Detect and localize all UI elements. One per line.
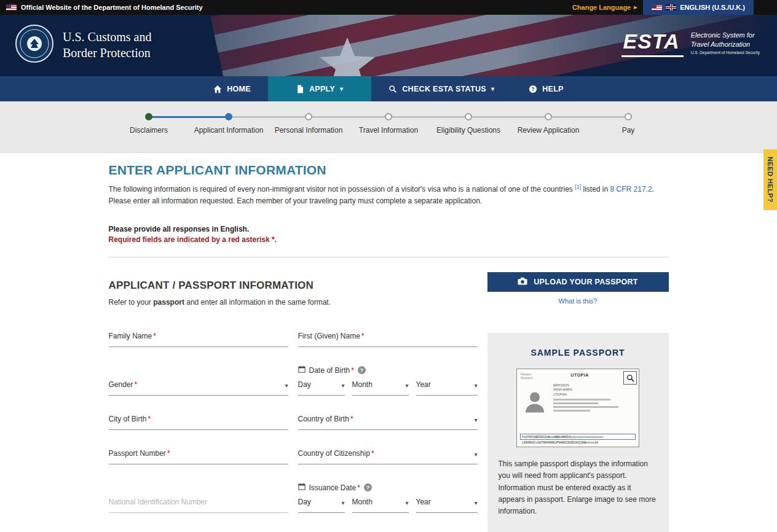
english-note: Please provide all responses in English.	[109, 225, 669, 233]
question-circle-icon: ?	[529, 85, 537, 93]
uk-flag-icon	[666, 4, 676, 10]
sample-passport-title: SAMPLE PASSPORT	[499, 348, 658, 358]
passport-photo-silhouette	[521, 382, 549, 417]
camera-icon	[518, 277, 527, 287]
step-label: Disclaimers	[109, 126, 189, 135]
section-title: APPLICANT / PASSPORT INFORMATION	[109, 280, 478, 292]
step-dot	[465, 113, 472, 120]
passport-data-fields: ERIKSSON ANNA MARIA UTOPIAN	[553, 382, 635, 417]
footnote-link[interactable]: [1]	[575, 184, 581, 190]
official-banner-text: Official Website of the Department of Ho…	[21, 4, 203, 11]
dob-month-select[interactable]: Month▾	[352, 380, 409, 396]
country-of-citizenship-select[interactable]	[298, 458, 478, 464]
language-selector[interactable]: ENGLISH (U.S./U.K.)	[643, 0, 754, 15]
step-label: Personal Information	[269, 126, 349, 135]
esta-application-page: Official Website of the Department of Ho…	[0, 0, 777, 532]
country-of-birth-field[interactable]: Country of Birth* ▾	[298, 414, 478, 430]
nav-help-label: HELP	[542, 85, 564, 93]
dob-label: Date of Birth*	[309, 366, 354, 375]
page-title: ENTER APPLICANT INFORMATION	[109, 163, 669, 178]
city-of-birth-input[interactable]	[109, 423, 288, 430]
sample-passport-panel: SAMPLE PASSPORT Passport Passeport UTOPI…	[487, 333, 669, 532]
chevron-down-icon: ▾	[341, 383, 344, 389]
official-banner: Official Website of the Department of Ho…	[0, 0, 777, 15]
help-icon[interactable]: ?	[364, 483, 372, 491]
country-of-citizenship-label: Country of Citizenship* ▾	[298, 448, 478, 458]
family-name-input[interactable]	[109, 340, 288, 347]
nav-help[interactable]: ? HELP	[511, 76, 581, 101]
esta-tagline: Electronic System for Travel Authorizati…	[691, 31, 760, 56]
nav-home[interactable]: HOME	[196, 76, 268, 101]
first-name-field[interactable]: First (Given) Name*	[298, 331, 478, 347]
first-name-input[interactable]	[298, 340, 478, 347]
help-icon[interactable]: ?	[358, 366, 366, 374]
svg-text:?: ?	[531, 86, 535, 92]
chevron-down-icon: ▾	[405, 500, 408, 506]
step-dot	[225, 113, 232, 120]
required-fields-note: Required fields are indicated by a red a…	[109, 235, 669, 244]
passport-form: Family Name* First (Given) Name* Gende	[109, 331, 478, 532]
gender-field[interactable]: Gender* ▾	[109, 380, 288, 396]
passport-number-field[interactable]: Passport Number*	[109, 448, 288, 464]
main-content: ENTER APPLICANT INFORMATION The followin…	[109, 153, 669, 532]
city-of-birth-field[interactable]: City of Birth*	[109, 414, 288, 430]
family-name-field[interactable]: Family Name*	[109, 331, 288, 347]
passport-number-label: Passport Number*	[109, 448, 288, 458]
chevron-down-icon: ▾	[474, 500, 477, 506]
chevron-down-icon: ▾	[405, 383, 408, 389]
nav-check-status-label: CHECK ESTA STATUS	[402, 85, 486, 93]
national-id-input[interactable]	[109, 506, 288, 513]
agency-name: U.S. Customs and Border Protection	[63, 29, 151, 61]
us-flag-icon	[652, 4, 662, 10]
esta-logo: ESTA Electronic System for Travel Author…	[621, 29, 760, 57]
magnifier-icon[interactable]	[623, 371, 637, 385]
issuance-year-select[interactable]: Year▾	[416, 497, 478, 513]
chevron-down-icon: ▾	[341, 500, 344, 506]
esta-wordmark: ESTA	[621, 29, 683, 57]
language-label: ENGLISH (U.S./U.K.)	[680, 4, 745, 11]
issuance-date-group: Issuance Date* ? Day▾ Month▾	[298, 483, 478, 513]
nav-home-label: HOME	[227, 85, 251, 93]
sample-passport-image: Passport Passeport UTOPIA ERIKSSON	[516, 369, 639, 447]
section-divider	[109, 257, 669, 257]
issuance-date-label: Issuance Date*	[309, 483, 360, 492]
what-is-this-link[interactable]: What is this?	[487, 297, 669, 305]
passport-number-input[interactable]	[109, 458, 288, 464]
nav-check-esta-status[interactable]: CHECK ESTA STATUS ▾	[371, 76, 511, 101]
step-label: Pay	[588, 126, 668, 135]
city-of-birth-label: City of Birth*	[109, 414, 288, 423]
passport-mrz: P<UTOPIAERIKSSON<<ANNA<MARIA<<<<<<<<<<<<…	[520, 434, 636, 444]
calendar-icon	[298, 366, 306, 375]
chevron-down-icon: ▾	[340, 86, 343, 92]
step-pay: Pay	[588, 113, 668, 135]
country-of-citizenship-field[interactable]: Country of Citizenship* ▾	[298, 448, 478, 464]
family-name-label: Family Name*	[109, 331, 288, 340]
gender-select[interactable]	[109, 389, 288, 396]
application-progress: Disclaimers Applicant Information Person…	[0, 101, 777, 153]
step-dot	[625, 113, 632, 120]
dob-year-select[interactable]: Year▾	[416, 380, 478, 396]
need-help-tab[interactable]: NEED HELP?	[763, 149, 777, 210]
calendar-icon	[298, 483, 306, 492]
main-navigation: HOME APPLY ▾ CHECK ESTA STATUS ▾ ?	[0, 76, 777, 101]
gender-label: Gender* ▾	[109, 380, 288, 389]
national-id-field[interactable]: National Identification Number	[109, 497, 288, 513]
chevron-down-icon: ▾	[474, 452, 477, 458]
cfr-link[interactable]: 8 CFR 217.2	[610, 185, 652, 194]
section-subtitle: Refer to your passport and enter all inf…	[109, 298, 478, 307]
caret-right-icon: ▸	[634, 4, 637, 10]
dob-day-select[interactable]: Day▾	[298, 380, 345, 396]
issuance-day-select[interactable]: Day▾	[298, 497, 345, 513]
upload-passport-button[interactable]: UPLOAD YOUR PASSPORT	[487, 272, 669, 292]
step-label: Travel Information	[349, 126, 428, 135]
country-of-birth-label: Country of Birth* ▾	[298, 414, 478, 423]
document-icon	[296, 85, 304, 93]
step-label: Eligibility Questions	[428, 126, 508, 135]
change-language-link[interactable]: Change Language ▸	[572, 4, 637, 11]
nav-apply[interactable]: APPLY ▾	[268, 76, 371, 101]
issuance-month-select[interactable]: Month▾	[352, 497, 409, 513]
step-dot	[145, 113, 152, 120]
dhs-small-text: U.S. Department of Homeland Security	[691, 50, 760, 56]
country-of-birth-select[interactable]	[298, 423, 478, 430]
first-name-label: First (Given) Name*	[298, 331, 478, 340]
